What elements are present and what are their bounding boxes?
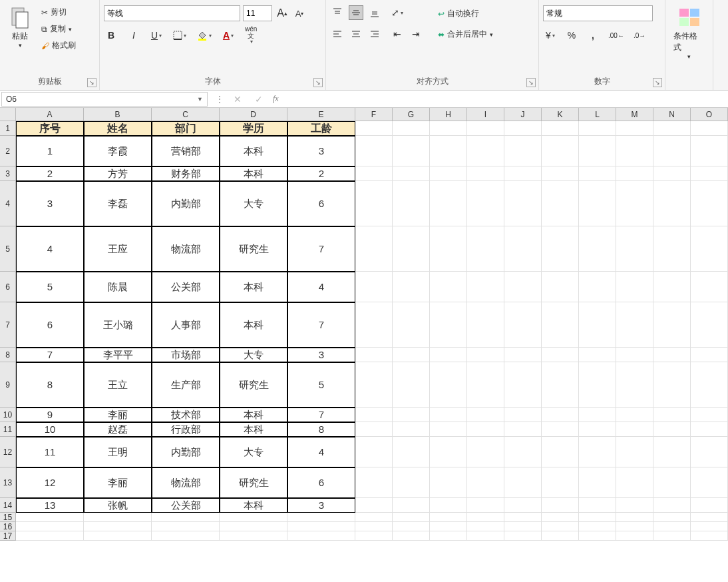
data-cell[interactable]: 5	[287, 362, 355, 408]
data-cell[interactable]	[579, 166, 616, 181]
data-cell[interactable]: 市场部	[152, 348, 220, 362]
number-dialog-launcher[interactable]: ↘	[653, 78, 662, 87]
empty-cell[interactable]	[579, 513, 616, 522]
data-cell[interactable]	[616, 272, 653, 302]
data-cell[interactable]: 1	[16, 136, 84, 166]
data-cell[interactable]: 4	[287, 272, 355, 302]
data-cell[interactable]	[467, 422, 504, 437]
data-cell[interactable]	[616, 467, 653, 498]
column-header[interactable]: M	[616, 108, 653, 121]
name-box[interactable]: O6 ▼	[1, 92, 208, 107]
data-cell[interactable]: 营销部	[152, 136, 220, 166]
empty-cell[interactable]	[220, 522, 287, 531]
align-middle-button[interactable]	[349, 5, 363, 20]
column-header[interactable]: C	[152, 108, 220, 121]
data-cell[interactable]	[393, 302, 430, 348]
data-cell[interactable]	[579, 136, 616, 166]
data-cell[interactable]	[616, 422, 653, 437]
header-cell[interactable]	[430, 121, 467, 136]
data-cell[interactable]	[467, 498, 504, 513]
data-cell[interactable]	[616, 437, 653, 467]
row-header[interactable]: 16	[0, 522, 16, 531]
data-cell[interactable]: 李丽	[84, 467, 152, 498]
empty-cell[interactable]	[84, 513, 152, 522]
more-icon[interactable]: ⋮	[216, 95, 224, 104]
data-cell[interactable]	[542, 272, 579, 302]
data-cell[interactable]	[504, 422, 542, 437]
phonetic-button[interactable]: wén文	[244, 28, 258, 43]
row-header[interactable]: 4	[0, 181, 16, 226]
data-cell[interactable]	[616, 362, 653, 408]
data-cell[interactable]: 王明	[84, 437, 152, 467]
empty-cell[interactable]	[542, 513, 579, 522]
header-cell[interactable]	[542, 121, 579, 136]
data-cell[interactable]	[467, 348, 504, 362]
row-header[interactable]: 8	[0, 348, 16, 362]
column-header[interactable]: E	[287, 108, 355, 121]
italic-button[interactable]: I	[126, 28, 141, 43]
data-cell[interactable]	[653, 422, 691, 437]
header-cell[interactable]	[393, 121, 430, 136]
data-cell[interactable]	[691, 437, 728, 467]
data-cell[interactable]: 8	[16, 362, 84, 408]
data-cell[interactable]	[542, 422, 579, 437]
empty-cell[interactable]	[467, 531, 504, 541]
empty-cell[interactable]	[467, 513, 504, 522]
data-cell[interactable]	[393, 348, 430, 362]
paste-button[interactable]: 粘贴 ▾	[4, 3, 36, 50]
data-cell[interactable]	[579, 498, 616, 513]
align-center-button[interactable]	[349, 27, 363, 41]
data-cell[interactable]	[504, 302, 542, 348]
data-cell[interactable]: 研究生	[220, 226, 287, 272]
column-header[interactable]: B	[84, 108, 152, 121]
data-cell[interactable]: 本科	[220, 422, 287, 437]
empty-cell[interactable]	[355, 513, 393, 522]
data-cell[interactable]	[653, 136, 691, 166]
data-cell[interactable]: 内勤部	[152, 437, 220, 467]
data-cell[interactable]: 内勤部	[152, 181, 220, 226]
font-dialog-launcher[interactable]: ↘	[313, 78, 323, 87]
increase-decimal-button[interactable]: .00←	[607, 28, 626, 43]
data-cell[interactable]: 王应	[84, 226, 152, 272]
column-header[interactable]: K	[542, 108, 579, 121]
data-cell[interactable]: 本科	[220, 136, 287, 166]
data-cell[interactable]: 本科	[220, 302, 287, 348]
row-header[interactable]: 13	[0, 467, 16, 498]
data-cell[interactable]: 公关部	[152, 498, 220, 513]
empty-cell[interactable]	[287, 531, 355, 541]
column-header[interactable]: D	[220, 108, 287, 121]
header-cell[interactable]	[653, 121, 691, 136]
data-cell[interactable]	[579, 226, 616, 272]
data-cell[interactable]	[504, 136, 542, 166]
data-cell[interactable]	[616, 166, 653, 181]
data-cell[interactable]	[355, 136, 393, 166]
empty-cell[interactable]	[287, 522, 355, 531]
data-cell[interactable]	[430, 166, 467, 181]
data-cell[interactable]: 大专	[220, 348, 287, 362]
data-cell[interactable]	[616, 408, 653, 422]
header-cell[interactable]	[504, 121, 542, 136]
data-cell[interactable]	[691, 348, 728, 362]
data-cell[interactable]	[542, 498, 579, 513]
empty-cell[interactable]	[467, 522, 504, 531]
data-cell[interactable]: 10	[16, 422, 84, 437]
empty-cell[interactable]	[220, 513, 287, 522]
data-cell[interactable]: 本科	[220, 272, 287, 302]
empty-cell[interactable]	[220, 531, 287, 541]
data-cell[interactable]	[504, 181, 542, 226]
data-cell[interactable]: 本科	[220, 408, 287, 422]
data-cell[interactable]	[393, 272, 430, 302]
data-cell[interactable]	[393, 408, 430, 422]
data-cell[interactable]	[691, 272, 728, 302]
empty-cell[interactable]	[504, 513, 542, 522]
data-cell[interactable]	[393, 467, 430, 498]
empty-cell[interactable]	[355, 531, 393, 541]
data-cell[interactable]: 11	[16, 437, 84, 467]
data-cell[interactable]	[504, 467, 542, 498]
fx-icon[interactable]: fx	[273, 94, 279, 104]
empty-cell[interactable]	[430, 513, 467, 522]
empty-cell[interactable]	[393, 522, 430, 531]
data-cell[interactable]: 财务部	[152, 166, 220, 181]
font-color-button[interactable]: A	[221, 28, 236, 43]
decrease-decimal-button[interactable]: .0→	[632, 28, 647, 43]
